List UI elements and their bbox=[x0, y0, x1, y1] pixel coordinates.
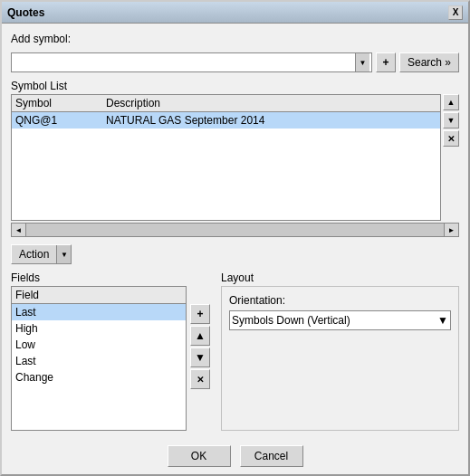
list-item[interactable]: Last bbox=[12, 304, 186, 320]
fields-add-button[interactable]: + bbox=[190, 304, 210, 324]
add-symbol-controls: ▼ + Search » bbox=[11, 52, 459, 72]
symbol-list-label: Symbol List bbox=[11, 80, 459, 92]
action-label: Action bbox=[12, 248, 56, 261]
search-button[interactable]: Search » bbox=[399, 52, 459, 72]
cancel-button[interactable]: Cancel bbox=[240, 445, 303, 467]
symbol-list-section: Symbol List Symbol Description QNG@1 NAT… bbox=[11, 80, 459, 237]
action-row: Action ▼ bbox=[11, 244, 459, 264]
fields-header: Field bbox=[12, 287, 186, 304]
table-body: QNG@1 NATURAL GAS September 2014 bbox=[12, 112, 440, 220]
fields-body: Last High Low Last Change bbox=[12, 304, 186, 430]
symbol-input[interactable]: ▼ bbox=[11, 52, 372, 72]
cell-symbol: QNG@1 bbox=[15, 114, 106, 127]
fields-up-button[interactable]: ▲ bbox=[190, 326, 210, 346]
scrollbar-panel: ▲ ▼ ✕ bbox=[443, 94, 459, 221]
symbol-dropdown-arrow[interactable]: ▼ bbox=[355, 53, 369, 71]
list-item[interactable]: Low bbox=[12, 337, 186, 353]
fields-remove-button[interactable]: ✕ bbox=[190, 369, 210, 389]
orientation-label: Orientation: bbox=[229, 294, 451, 307]
symbol-list-wrapper: Symbol Description QNG@1 NATURAL GAS Sep… bbox=[11, 94, 459, 237]
scroll-down-button[interactable]: ▼ bbox=[443, 112, 459, 129]
layout-inner: Orientation: Symbols Down (Vertical) ▼ bbox=[221, 286, 459, 431]
layout-section: Layout Orientation: Symbols Down (Vertic… bbox=[221, 271, 459, 431]
symbol-table: Symbol Description QNG@1 NATURAL GAS Sep… bbox=[11, 94, 441, 221]
layout-label: Layout bbox=[221, 271, 459, 284]
add-symbol-row: Add symbol: bbox=[11, 33, 459, 45]
bottom-buttons: OK Cancel bbox=[11, 438, 459, 471]
list-item[interactable]: Last bbox=[12, 353, 186, 369]
action-dropdown-arrow[interactable]: ▼ bbox=[56, 245, 71, 263]
symbol-list-container: Symbol Description QNG@1 NATURAL GAS Sep… bbox=[11, 94, 459, 221]
table-row[interactable]: QNG@1 NATURAL GAS September 2014 bbox=[12, 112, 440, 129]
scroll-x-button[interactable]: ✕ bbox=[443, 130, 459, 147]
scroll-up-button[interactable]: ▲ bbox=[443, 94, 459, 110]
window-title: Quotes bbox=[7, 6, 44, 19]
list-item[interactable]: High bbox=[12, 320, 186, 337]
fields-list: Field Last High Low Last Change bbox=[11, 286, 187, 431]
fields-label: Fields bbox=[11, 271, 210, 284]
horizontal-scrollbar[interactable]: ◄ ► bbox=[11, 223, 459, 237]
ok-button[interactable]: OK bbox=[168, 445, 231, 467]
cell-desc: NATURAL GAS September 2014 bbox=[106, 114, 436, 127]
fields-container: Field Last High Low Last Change + ▲ ▼ bbox=[11, 286, 210, 431]
scroll-track bbox=[26, 224, 444, 236]
add-symbol-label: Add symbol: bbox=[11, 33, 71, 45]
scroll-left-button[interactable]: ◄ bbox=[12, 224, 26, 236]
fields-down-button[interactable]: ▼ bbox=[190, 347, 210, 367]
action-button[interactable]: Action ▼ bbox=[11, 244, 72, 264]
orientation-arrow: ▼ bbox=[437, 314, 448, 327]
bottom-section: Fields Field Last High Low Last Change bbox=[11, 271, 459, 431]
orientation-dropdown[interactable]: Symbols Down (Vertical) ▼ bbox=[229, 310, 451, 330]
fields-controls: + ▲ ▼ ✕ bbox=[190, 286, 210, 431]
quotes-dialog: Quotes X Add symbol: ▼ + Search » Symbol… bbox=[0, 0, 470, 476]
add-plus-button[interactable]: + bbox=[376, 52, 396, 72]
table-header: Symbol Description bbox=[12, 95, 440, 112]
title-bar: Quotes X bbox=[2, 2, 468, 24]
orientation-value: Symbols Down (Vertical) bbox=[232, 314, 350, 327]
dialog-content: Add symbol: ▼ + Search » Symbol List Sym… bbox=[2, 24, 468, 476]
scroll-right-button[interactable]: ► bbox=[444, 224, 458, 236]
fields-section: Fields Field Last High Low Last Change bbox=[11, 271, 210, 431]
col-symbol-header: Symbol bbox=[15, 97, 106, 109]
col-desc-header: Description bbox=[106, 97, 436, 109]
list-item[interactable]: Change bbox=[12, 369, 186, 386]
close-button[interactable]: X bbox=[448, 5, 463, 20]
